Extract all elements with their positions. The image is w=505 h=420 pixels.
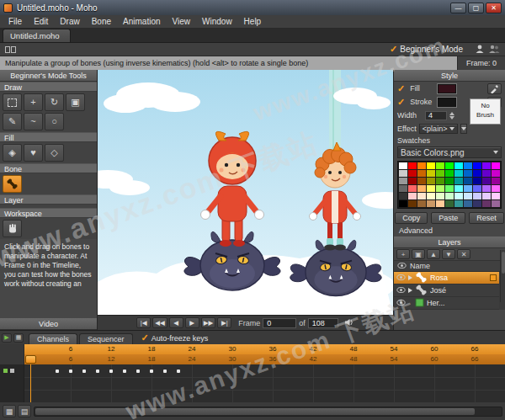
tab-sequencer[interactable]: Sequencer xyxy=(79,333,133,344)
paint-bucket-tool[interactable]: ◈ xyxy=(3,144,22,162)
keyframe-dot[interactable] xyxy=(136,369,140,373)
freehand-tool[interactable]: ~ xyxy=(24,113,43,130)
close-button[interactable]: ✕ xyxy=(486,3,502,13)
swatch-cell[interactable] xyxy=(492,178,500,184)
lower-layer-icon[interactable]: ▼ xyxy=(442,249,455,259)
swatch-cell[interactable] xyxy=(482,170,491,177)
menu-item-animation[interactable]: Animation xyxy=(117,16,166,27)
raise-layer-icon[interactable]: ▲ xyxy=(427,249,440,259)
swatch-cell[interactable] xyxy=(399,162,407,169)
swatch-cell[interactable] xyxy=(408,170,417,177)
swatch-cell[interactable] xyxy=(399,178,407,184)
swatch-cell[interactable] xyxy=(436,193,444,199)
menu-item-edit[interactable]: Edit xyxy=(28,16,54,27)
channel-options-icon[interactable]: ▦ xyxy=(13,333,24,343)
swatch-cell[interactable] xyxy=(445,193,454,199)
maximize-button[interactable]: ▢ xyxy=(468,3,484,13)
keyframe-dot[interactable] xyxy=(177,369,180,373)
swatch-cell[interactable] xyxy=(427,162,435,169)
delete-layer-icon[interactable]: ✕ xyxy=(457,249,470,259)
advanced-link[interactable]: Advanced xyxy=(394,226,505,237)
manipulate-bones-tool[interactable] xyxy=(3,175,22,193)
swatches-dropdown[interactable]: Basic Colors.png xyxy=(397,146,502,158)
swatch-cell[interactable] xyxy=(408,185,417,192)
paste-button[interactable]: Paste xyxy=(431,212,465,224)
swatch-cell[interactable] xyxy=(464,178,472,184)
copy-button[interactable]: Copy xyxy=(395,212,428,224)
new-layer-icon[interactable]: + xyxy=(396,249,410,259)
swatch-cell[interactable] xyxy=(445,178,454,184)
timeline-horizontal-scrollbar[interactable] xyxy=(34,407,502,417)
expand-icon[interactable] xyxy=(408,275,412,280)
layers-scrollbar[interactable] xyxy=(500,250,505,302)
play-channel-icon[interactable]: ▶ xyxy=(2,333,12,343)
swatch-cell[interactable] xyxy=(473,178,481,184)
scrollbar-thumb[interactable] xyxy=(35,408,475,415)
swatch-cell[interactable] xyxy=(436,178,444,184)
shape-tool[interactable]: ○ xyxy=(45,113,64,130)
autofreeze-checkbox[interactable] xyxy=(141,332,149,343)
playhead-knob[interactable] xyxy=(25,355,36,364)
fill-checkbox[interactable] xyxy=(397,83,405,94)
fill-eyedropper-icon[interactable] xyxy=(487,83,502,94)
scale-tool[interactable]: ▣ xyxy=(66,93,85,111)
stroke-color-swatch[interactable] xyxy=(438,98,456,107)
minimize-button[interactable]: — xyxy=(450,3,466,13)
group-layer-icon[interactable]: ▣ xyxy=(412,249,425,259)
keyframe-dot[interactable] xyxy=(150,369,153,373)
swatch-cell[interactable] xyxy=(445,200,454,207)
swatch-cell[interactable] xyxy=(427,170,435,177)
keyframe-dot[interactable] xyxy=(109,369,113,373)
menu-item-window[interactable]: Window xyxy=(196,16,238,27)
beginners-mode-label[interactable]: Beginner's Mode xyxy=(400,45,463,54)
swatch-cell[interactable] xyxy=(464,193,472,199)
swatch-cell[interactable] xyxy=(417,170,426,177)
grid-view-icon[interactable]: ▦ xyxy=(3,405,16,417)
swatch-cell[interactable] xyxy=(427,178,435,184)
swatch-cell[interactable] xyxy=(445,162,454,169)
swatch-cell[interactable] xyxy=(399,200,407,207)
pan-workspace-tool[interactable] xyxy=(3,220,22,237)
swatch-cell[interactable] xyxy=(454,162,463,169)
prev-keyframe-button[interactable]: ◀◀ xyxy=(152,317,167,328)
draw-pen-tool[interactable]: ✎ xyxy=(3,113,22,130)
layer-row[interactable]: Rosa xyxy=(394,272,499,284)
swatch-cell[interactable] xyxy=(417,162,426,169)
swatch-cell[interactable] xyxy=(492,162,500,169)
width-stepper[interactable] xyxy=(449,112,454,120)
swatch-cell[interactable] xyxy=(399,193,407,199)
polygon-shape-tool[interactable]: ◇ xyxy=(45,144,64,162)
swatch-cell[interactable] xyxy=(482,162,491,169)
translate-tool[interactable]: + xyxy=(24,93,43,111)
timeline-ruler[interactable]: 612182430364248546066 612182430364248546… xyxy=(0,344,505,364)
swatch-cell[interactable] xyxy=(482,185,491,192)
swatch-cell[interactable] xyxy=(482,193,491,199)
swatch-cell[interactable] xyxy=(492,200,500,207)
swatch-cell[interactable] xyxy=(427,185,435,192)
menu-item-bone[interactable]: Bone xyxy=(86,16,117,27)
swatch-cell[interactable] xyxy=(408,162,417,169)
video-section-header[interactable]: Video xyxy=(0,318,97,330)
reset-button[interactable]: Reset xyxy=(469,212,504,224)
swatch-cell[interactable] xyxy=(464,185,472,192)
expand-icon[interactable] xyxy=(408,288,412,293)
swatch-cell[interactable] xyxy=(482,178,491,184)
single-user-icon[interactable] xyxy=(475,44,485,56)
swatch-cell[interactable] xyxy=(492,170,500,177)
swatch-cell[interactable] xyxy=(464,162,472,169)
swatch-cell[interactable] xyxy=(492,185,500,192)
keyframe-dot[interactable] xyxy=(82,369,86,373)
swatch-cell[interactable] xyxy=(454,178,463,184)
fill-color-swatch[interactable] xyxy=(438,84,456,93)
document-tab[interactable]: Untitled.moho xyxy=(3,29,71,42)
swatch-cell[interactable] xyxy=(417,193,426,199)
swatch-cell[interactable] xyxy=(445,170,454,177)
swatch-cell[interactable] xyxy=(454,200,463,207)
menu-item-help[interactable]: Help xyxy=(238,16,268,27)
last-frame-button[interactable]: ▶| xyxy=(217,317,231,328)
prev-frame-button[interactable]: ◀ xyxy=(169,317,183,328)
swatch-cell[interactable] xyxy=(454,193,463,199)
keyframe-dot[interactable] xyxy=(163,369,167,373)
swatch-cell[interactable] xyxy=(473,185,481,192)
swatch-cell[interactable] xyxy=(464,200,472,207)
